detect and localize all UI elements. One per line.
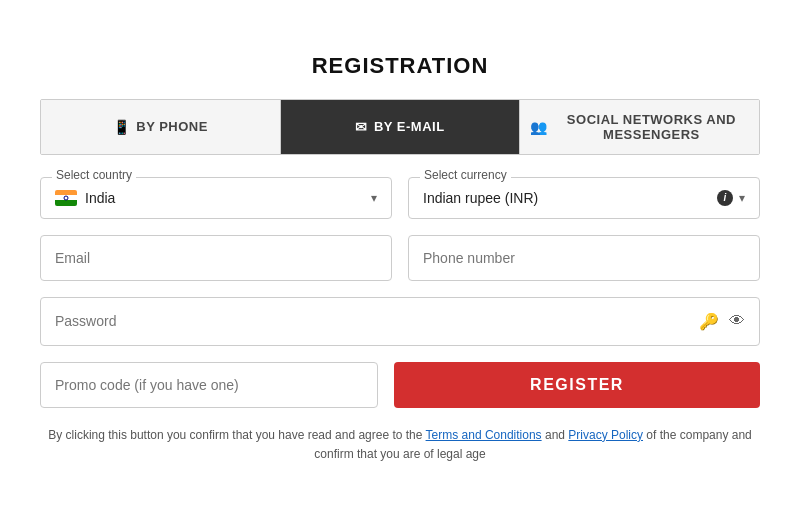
eye-icon[interactable]: 👁 [729, 312, 745, 330]
country-currency-row: Select country India ▾ Se [40, 177, 760, 219]
tab-email-label: BY E-MAIL [374, 119, 445, 134]
country-label: Select country [52, 168, 136, 182]
phone-input[interactable] [408, 235, 760, 281]
currency-group: Select currency Indian rupee (INR) i ▾ [408, 177, 760, 219]
phone-icon: 📱 [113, 119, 131, 135]
password-group: 🔑 👁 [40, 297, 760, 346]
disclaimer-text-mid: and [542, 428, 569, 442]
tab-social-label: SOCIAL NETWORKS AND MESSENGERS [554, 112, 749, 142]
chevron-down-icon: ▾ [371, 191, 377, 205]
email-input[interactable] [40, 235, 392, 281]
tab-phone[interactable]: 📱 BY PHONE [41, 100, 281, 154]
country-select[interactable]: India ▾ [40, 177, 392, 219]
india-flag-icon [55, 190, 77, 206]
tab-email[interactable]: ✉ BY E-MAIL [281, 100, 521, 154]
email-icon: ✉ [355, 119, 368, 135]
password-wrapper: 🔑 👁 [40, 297, 760, 346]
currency-label: Select currency [420, 168, 511, 182]
info-icon: i [717, 190, 733, 206]
phone-group [408, 235, 760, 281]
disclaimer-text-before: By clicking this button you confirm that… [48, 428, 425, 442]
key-icon: 🔑 [699, 312, 719, 331]
promo-register-row: REGISTER [40, 362, 760, 408]
country-value: India [85, 190, 115, 206]
email-phone-row [40, 235, 760, 281]
promo-input[interactable] [40, 362, 378, 408]
currency-value: Indian rupee (INR) [423, 190, 538, 206]
register-button[interactable]: REGISTER [394, 362, 760, 408]
password-input[interactable] [55, 313, 699, 329]
country-group: Select country India ▾ [40, 177, 392, 219]
privacy-link[interactable]: Privacy Policy [568, 428, 643, 442]
page-title: REGISTRATION [40, 53, 760, 79]
disclaimer: By clicking this button you confirm that… [40, 426, 760, 464]
chevron-down-icon: ▾ [739, 191, 745, 205]
tabs: 📱 BY PHONE ✉ BY E-MAIL 👥 SOCIAL NETWORKS… [40, 99, 760, 155]
terms-link[interactable]: Terms and Conditions [426, 428, 542, 442]
currency-select[interactable]: Indian rupee (INR) i ▾ [408, 177, 760, 219]
promo-group [40, 362, 378, 408]
password-row: 🔑 👁 [40, 297, 760, 346]
tab-social[interactable]: 👥 SOCIAL NETWORKS AND MESSENGERS [520, 100, 759, 154]
social-icon: 👥 [530, 119, 548, 135]
tab-phone-label: BY PHONE [136, 119, 208, 134]
email-group [40, 235, 392, 281]
